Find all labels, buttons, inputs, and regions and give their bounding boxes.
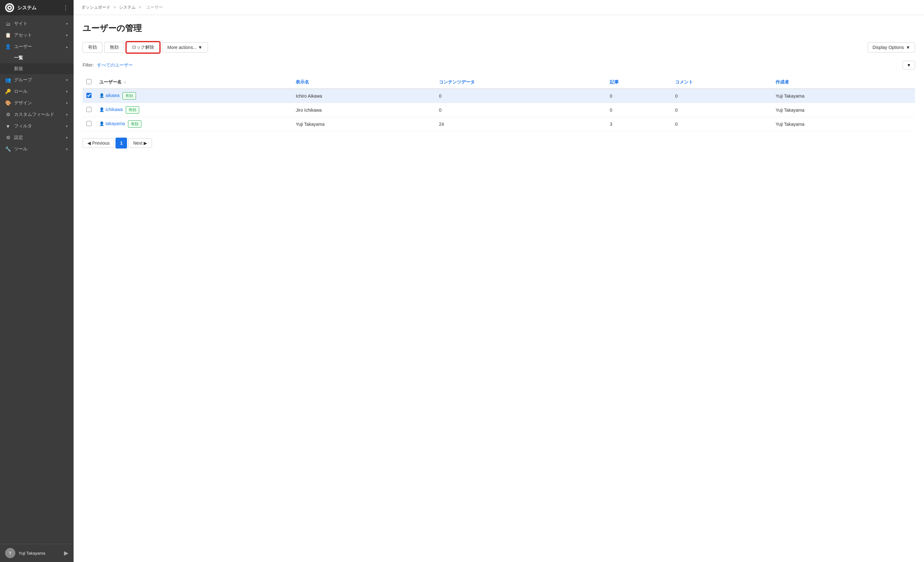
sidebar-item-design[interactable]: 🎨 デザイン ▼ bbox=[0, 97, 74, 109]
kebab-menu-icon[interactable]: ⋮ bbox=[63, 4, 69, 11]
breadcrumb-sep-2: > bbox=[138, 5, 142, 10]
col-content-data: コンテンツデータ bbox=[435, 76, 606, 89]
row-checkbox-cell bbox=[82, 117, 95, 131]
content-area: ユーザーの管理 有効 無効 ロック解除 More actions... ▼ Di… bbox=[74, 15, 924, 562]
pagination: ◀ Previous 1 Next ▶ bbox=[82, 138, 915, 149]
chevron-down-icon: ▼ bbox=[65, 101, 69, 105]
filter-label: Filter: bbox=[82, 62, 94, 68]
active-button[interactable]: 有効 bbox=[82, 42, 102, 53]
sidebar-item-label-custom-fields: カスタムフィールド bbox=[14, 112, 54, 117]
sidebar-item-users-list[interactable]: 一覧 bbox=[0, 53, 74, 63]
chevron-left-icon: ◀ bbox=[87, 140, 91, 146]
unlock-button[interactable]: ロック解除 bbox=[126, 42, 160, 53]
user-settings-icon[interactable]: ▶ bbox=[64, 550, 69, 556]
sidebar-item-groups[interactable]: 👥 グループ ▼ bbox=[0, 74, 74, 86]
display-options-button[interactable]: Display Options ▼ bbox=[868, 42, 915, 53]
table-body: 👤 aikawa 有効 Ichiro Aikawa 0 0 0 Yuji Tak… bbox=[82, 89, 915, 131]
sidebar-item-roles[interactable]: 🔑 ロール ▼ bbox=[0, 86, 74, 97]
row-checkbox[interactable] bbox=[86, 121, 92, 126]
username-link[interactable]: aikawa bbox=[106, 93, 120, 98]
sidebar-item-custom-fields[interactable]: ⚙ カスタムフィールド ▼ bbox=[0, 109, 74, 120]
sidebar-header: システム ⋮ bbox=[0, 0, 74, 15]
row-articles-cell: 3 bbox=[606, 117, 671, 131]
table-row: 👤 ichikawa 有効 Jiro Ichikawa 0 0 0 Yuji T… bbox=[82, 103, 915, 117]
prev-label: Previous bbox=[92, 140, 110, 146]
row-display-name-cell: Jiro Ichikawa bbox=[292, 103, 435, 117]
row-username-cell: 👤 takayama 有効 bbox=[95, 117, 292, 131]
col-author-label: 作成者 bbox=[776, 80, 789, 84]
breadcrumb-system[interactable]: システム bbox=[119, 5, 136, 10]
display-options-label: Display Options bbox=[873, 45, 904, 50]
filter-all-users-link[interactable]: すべてのユーザー bbox=[97, 62, 133, 68]
row-checkbox-cell bbox=[82, 89, 95, 103]
select-all-checkbox[interactable] bbox=[86, 79, 92, 84]
breadcrumb-users: ユーザー bbox=[146, 5, 163, 10]
row-display-name-cell: Yuji Takayama bbox=[292, 117, 435, 131]
col-articles: 記事 bbox=[606, 76, 671, 89]
col-comments-label: コメント bbox=[675, 80, 693, 84]
row-display-name-cell: Ichiro Aikawa bbox=[292, 89, 435, 103]
logo-icon bbox=[6, 5, 13, 11]
sidebar-item-tools[interactable]: 🔧 ツール ▼ bbox=[0, 143, 74, 155]
sidebar-item-label-groups: グループ bbox=[14, 77, 32, 83]
filter-icon: ▼ bbox=[5, 123, 11, 129]
toolbar: 有効 無効 ロック解除 More actions... ▼ Display Op… bbox=[82, 42, 915, 53]
table-row: 👤 takayama 有効 Yuji Takayama 24 3 0 Yuji … bbox=[82, 117, 915, 131]
sidebar-item-filter[interactable]: ▼ フィルタ ▼ bbox=[0, 120, 74, 132]
row-checkbox-cell bbox=[82, 103, 95, 117]
row-content-data-cell: 24 bbox=[435, 117, 606, 131]
avatar: Y bbox=[5, 548, 15, 558]
page-number-1[interactable]: 1 bbox=[116, 138, 127, 149]
breadcrumb-sep-1: > bbox=[114, 5, 117, 10]
chevron-down-icon: ▼ bbox=[65, 136, 69, 140]
user-row-icon: 👤 bbox=[99, 93, 104, 98]
sidebar-username: Yuji Takayama bbox=[18, 551, 45, 556]
sidebar-item-users-new[interactable]: 新規 bbox=[0, 63, 74, 74]
site-icon: 🗂 bbox=[5, 21, 11, 27]
custom-fields-icon: ⚙ bbox=[5, 112, 11, 117]
toolbar-left: 有効 無効 ロック解除 More actions... ▼ bbox=[82, 42, 208, 53]
sidebar-header-left: システム bbox=[5, 3, 36, 12]
col-username[interactable]: ユーザー名 ↑ bbox=[95, 76, 292, 89]
row-articles-cell: 0 bbox=[606, 89, 671, 103]
row-checkbox[interactable] bbox=[86, 93, 92, 98]
sidebar-item-settings[interactable]: ⚙ 設定 ▼ bbox=[0, 132, 74, 143]
col-display-name: 表示名 bbox=[292, 76, 435, 89]
page-title: ユーザーの管理 bbox=[82, 23, 915, 34]
table-header-row: ユーザー名 ↑ 表示名 コンテンツデータ 記事 コメント bbox=[82, 76, 915, 89]
username-link[interactable]: ichikawa bbox=[106, 107, 123, 112]
breadcrumb-dashboard[interactable]: ダッシュボード bbox=[81, 5, 110, 10]
main-content: ダッシュボード > システム > ユーザー ユーザーの管理 有効 無効 ロック解… bbox=[74, 0, 924, 562]
sort-arrow-icon: ↑ bbox=[124, 80, 126, 84]
sidebar-item-site[interactable]: 🗂 サイト ▼ bbox=[0, 18, 74, 29]
username-link[interactable]: takayama bbox=[106, 121, 125, 126]
col-content-data-label: コンテンツデータ bbox=[439, 80, 475, 84]
chevron-down-icon: ▼ bbox=[65, 22, 69, 26]
inactive-button[interactable]: 無効 bbox=[104, 42, 124, 53]
col-comments: コメント bbox=[671, 76, 772, 89]
col-username-label: ユーザー名 bbox=[99, 80, 122, 84]
status-badge: 有効 bbox=[123, 92, 136, 99]
sidebar-item-label-tools: ツール bbox=[14, 146, 27, 152]
sidebar-item-assets[interactable]: 📋 アセット ▼ bbox=[0, 29, 74, 41]
more-actions-label: More actions... bbox=[167, 45, 197, 50]
filter-dropdown-button[interactable]: ▼ bbox=[903, 61, 915, 69]
sidebar-item-label-users: ユーザー bbox=[14, 44, 32, 50]
user-table: ユーザー名 ↑ 表示名 コンテンツデータ 記事 コメント bbox=[82, 76, 915, 131]
next-button[interactable]: Next ▶ bbox=[128, 138, 152, 148]
status-badge: 有効 bbox=[126, 106, 139, 114]
chevron-down-icon: ▼ bbox=[65, 125, 69, 128]
user-row-icon: 👤 bbox=[99, 121, 104, 126]
prev-button[interactable]: ◀ Previous bbox=[82, 138, 114, 148]
sidebar: システム ⋮ 🗂 サイト ▼ 📋 アセット ▼ 👤 ユーザー ▲ bbox=[0, 0, 74, 562]
settings-icon: ⚙ bbox=[5, 135, 11, 140]
sidebar-title: システム bbox=[17, 5, 36, 11]
roles-icon: 🔑 bbox=[5, 89, 11, 95]
chevron-down-icon: ▼ bbox=[65, 90, 69, 93]
row-checkbox[interactable] bbox=[86, 107, 92, 112]
sidebar-item-users[interactable]: 👤 ユーザー ▲ bbox=[0, 41, 74, 53]
table-row: 👤 aikawa 有効 Ichiro Aikawa 0 0 0 Yuji Tak… bbox=[82, 89, 915, 103]
row-comments-cell: 0 bbox=[671, 117, 772, 131]
col-articles-label: 記事 bbox=[610, 80, 619, 84]
more-actions-button[interactable]: More actions... ▼ bbox=[162, 42, 208, 53]
